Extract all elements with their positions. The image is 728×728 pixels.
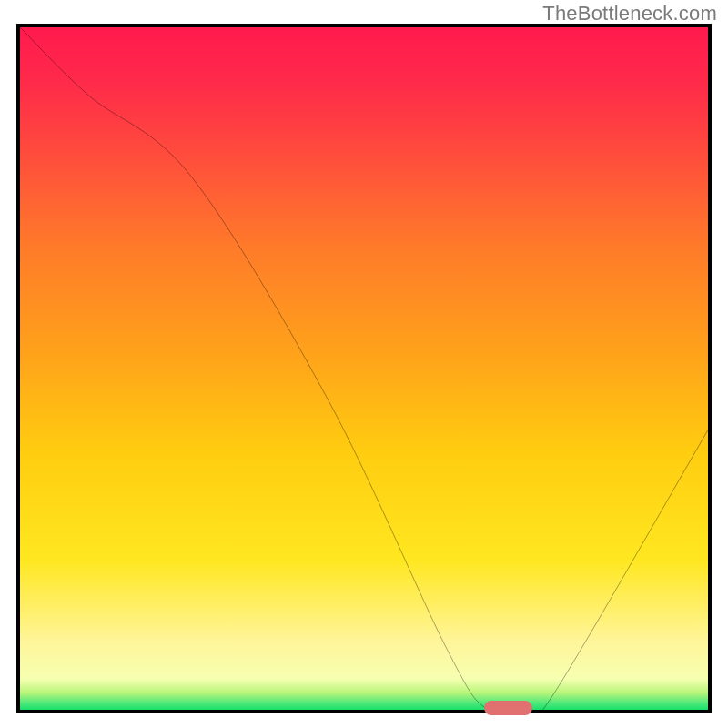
bottleneck-curve xyxy=(20,27,708,710)
plot-area xyxy=(16,24,712,713)
optimal-range-marker xyxy=(484,701,532,715)
plot-inner xyxy=(20,27,708,710)
watermark-text: TheBottleneck.com xyxy=(542,2,717,25)
